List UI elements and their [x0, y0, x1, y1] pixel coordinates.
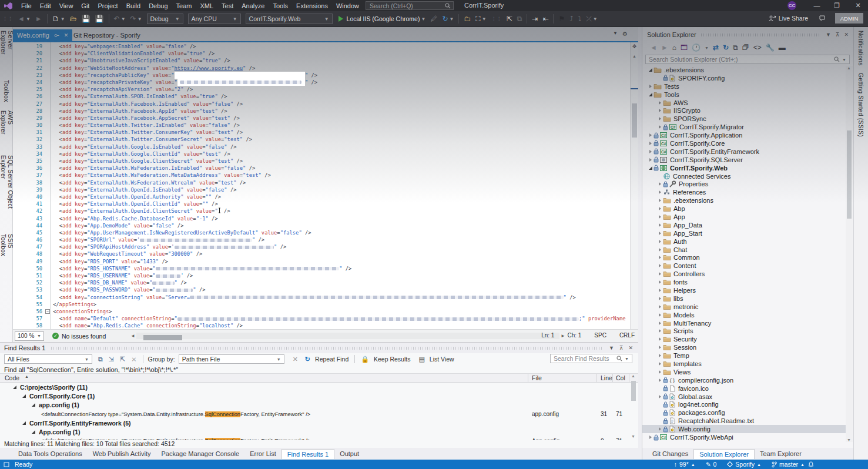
menu-view[interactable]: View	[55, 1, 78, 11]
code-line[interactable]: 31<add key="ExternalAuth.Twitter.Consume…	[13, 129, 630, 136]
tree-item-.ebextensions[interactable]: .ebextensions	[642, 66, 846, 74]
left-strip-tab-ssis-toolbox[interactable]: SSIS Toolbox	[0, 230, 14, 272]
code-line[interactable]: 24<add key="recaptchaPrivateKey" value="…	[13, 79, 630, 86]
collapse-arrow-icon[interactable]	[659, 289, 661, 292]
collapse-arrow-icon[interactable]	[659, 248, 661, 252]
scroll-up-icon[interactable]: ▲	[631, 54, 638, 58]
menu-edit[interactable]: Edit	[36, 1, 55, 11]
code-editor[interactable]: 19<add key="webpages:Enabled" value="fal…	[13, 42, 630, 329]
tree-item-app-start[interactable]: App_Start	[642, 229, 846, 237]
expand-arrow-icon[interactable]	[13, 386, 16, 389]
column-code[interactable]: Code	[5, 374, 19, 381]
copy-icon[interactable]: ⧉	[98, 356, 103, 363]
collapse-arrow-icon[interactable]	[659, 215, 661, 219]
back-icon[interactable]: ◄	[650, 43, 657, 52]
code-line[interactable]: 57<add name="Default" connectionString="…	[13, 315, 630, 322]
left-strip-tab-sql-server-object-explorer[interactable]: SQL Server Object Explorer	[0, 152, 14, 230]
code-line[interactable]: 44<add key="App.DemoMode" value="false" …	[13, 222, 630, 229]
tree-item-properties[interactable]: Properties	[642, 180, 846, 188]
redo-dropdown[interactable]: ▼	[138, 16, 142, 22]
close-panel-icon[interactable]: ✕	[628, 345, 633, 351]
tree-item-common[interactable]: Common	[642, 253, 846, 262]
window-position-dropdown-icon[interactable]: ▼	[826, 32, 831, 38]
panel-tab-solution-explorer[interactable]: Solution Explorer	[693, 449, 755, 459]
collapse-arrow-icon[interactable]	[659, 297, 661, 300]
solution-explorer-title-bar[interactable]: Solution Explorer ▼ ⊼ ✕	[642, 29, 853, 40]
collapse-arrow-icon[interactable]	[659, 232, 661, 235]
menu-team[interactable]: Team	[172, 1, 196, 11]
startup-project-dropdown[interactable]: CorrIT.Sporify.Web▼	[246, 14, 333, 24]
code-line[interactable]: 53<add key="RDS_PASSWORD" value="" />	[13, 286, 630, 293]
find-result-row[interactable]: <defaultConnectionFactory type="System.D…	[0, 410, 630, 418]
collapse-arrow-icon[interactable]	[659, 190, 661, 194]
editor-options-gear-icon[interactable]: ⚙	[622, 31, 628, 37]
pending-changes-filter-icon[interactable]: 🕐	[692, 43, 701, 52]
bookmark-button[interactable]: ⚑	[558, 15, 565, 23]
tree-item-multitenancy[interactable]: MultiTenancy	[642, 319, 846, 327]
collapse-arrow-icon[interactable]	[659, 305, 661, 309]
code-line[interactable]: 37<add key="ExternalAuth.WsFederation.Me…	[13, 172, 630, 179]
tree-item-app[interactable]: App	[642, 213, 846, 221]
menu-xml[interactable]: XML	[196, 1, 217, 11]
menu-window[interactable]: Window	[332, 1, 363, 11]
find-result-row[interactable]: CorrIT.Sporify.Core (1)	[0, 391, 630, 400]
collapse-arrow-icon[interactable]	[659, 329, 661, 333]
bottom-tab-data-tools-operations[interactable]: Data Tools Operations	[13, 449, 88, 458]
admin-button[interactable]: ADMIN	[835, 13, 863, 24]
menu-tools[interactable]: Tools	[269, 1, 292, 11]
tree-item-tests[interactable]: Tests	[642, 82, 846, 91]
tree-item-app-data[interactable]: App_Data	[642, 221, 846, 229]
tree-item-corrit.sporify.entityframework[interactable]: C#CorrIT.Sporify.EntityFramework	[642, 148, 846, 156]
tree-item-templates[interactable]: templates	[642, 360, 846, 368]
tree-item-fonts[interactable]: fonts	[642, 278, 846, 286]
tree-item-sporify.config[interactable]: SPORIFY.config	[642, 74, 846, 82]
tree-item-corrit.sporify.webapi[interactable]: C#CorrIT.Sporify.WebApi	[642, 433, 846, 441]
tree-item-web.config[interactable]: Web.config	[642, 425, 846, 433]
tree-item-compilerconfig.json[interactable]: {}compilerconfig.json	[642, 376, 846, 384]
collapse-arrow-icon[interactable]	[659, 182, 661, 186]
tree-item-controllers[interactable]: Controllers	[642, 270, 846, 278]
prev-bookmark-button[interactable]: ⤴	[569, 15, 573, 23]
code-line[interactable]: 22<add key="WebSiteRootAddress" value="h…	[13, 65, 630, 72]
pin-icon[interactable]	[54, 33, 59, 38]
expand-arrow-icon[interactable]	[22, 394, 26, 398]
code-line[interactable]: 45<add key="App.UserManagement.IsNewRegi…	[13, 229, 630, 236]
code-line[interactable]: 33<add key="ExternalAuth.Google.IsEnable…	[13, 143, 630, 150]
code-line[interactable]: 28<add key="ExternalAuth.Facebook.AppId"…	[13, 108, 630, 115]
feedback-icon[interactable]	[819, 15, 826, 22]
tree-item-favicon.ico[interactable]: favicon.ico	[642, 384, 846, 393]
collapse-arrow-icon[interactable]	[659, 346, 661, 349]
forward-icon[interactable]: ►	[661, 43, 668, 52]
code-line[interactable]: 26<add key="ExternalAuth.SPOR.IsEnabled"…	[13, 93, 630, 100]
find-result-row[interactable]: app.config (1)	[0, 401, 630, 410]
column-file[interactable]: File	[532, 374, 542, 381]
code-line[interactable]: 40<add key="ExternalAuth.OpenId.Authorit…	[13, 193, 630, 200]
tree-item-recaptchanet.readme.txt[interactable]: RecaptchaNet.Readme.txt	[642, 417, 846, 425]
filter-dropdown-icon[interactable]: ▼	[705, 46, 709, 50]
collapse-arrow-icon[interactable]	[649, 436, 652, 439]
code-line[interactable]: 34<add key="ExternalAuth.Google.ClientId…	[13, 150, 630, 158]
bookmark-dropdown[interactable]: ▼	[593, 16, 598, 22]
panel-tab-git-changes[interactable]: Git Changes	[647, 449, 693, 458]
bottom-tab-web-publish-activity[interactable]: Web Publish Activity	[88, 449, 156, 458]
tree-item-scripts[interactable]: Scripts	[642, 327, 846, 336]
zoom-dropdown[interactable]: 100 %▼	[15, 331, 44, 341]
list-view-label[interactable]: List View	[430, 356, 454, 363]
code-line[interactable]: 42<add key="ExternalAuth.OpenId.ClientSe…	[13, 207, 630, 215]
tree-item-corrit.sporify.application[interactable]: C#CorrIT.Sporify.Application	[642, 131, 846, 139]
tree-item-corrit.sporify.sqlserver[interactable]: CorrIT.Sporify.SQLServer	[642, 156, 846, 164]
options-dropdown[interactable]: ▼	[482, 16, 487, 22]
minimize-button[interactable]: —	[807, 0, 827, 11]
files-filter-dropdown[interactable]: All Files▼	[4, 354, 92, 364]
collapse-arrow-icon[interactable]	[659, 223, 661, 227]
editor-vertical-scrollbar[interactable]: ✥ ▲	[630, 42, 638, 329]
hscroll-thumb[interactable]	[143, 335, 182, 340]
fold-toggle-icon[interactable]: −	[45, 309, 50, 314]
collapse-arrow-icon[interactable]	[649, 158, 652, 162]
code-line[interactable]: 47<add key="SPORApiHostAddress" value='"…	[13, 243, 630, 250]
code-line[interactable]: 58<add name="Abp.Redis.Cache" connection…	[13, 322, 630, 329]
code-line[interactable]: 29<add key="ExternalAuth.Facebook.AppSec…	[13, 115, 630, 122]
scroll-down-icon[interactable]: ▼	[631, 434, 635, 438]
git-pending-edits[interactable]: ✎0	[706, 461, 717, 468]
open-file-button[interactable]: 🗁	[70, 15, 77, 23]
